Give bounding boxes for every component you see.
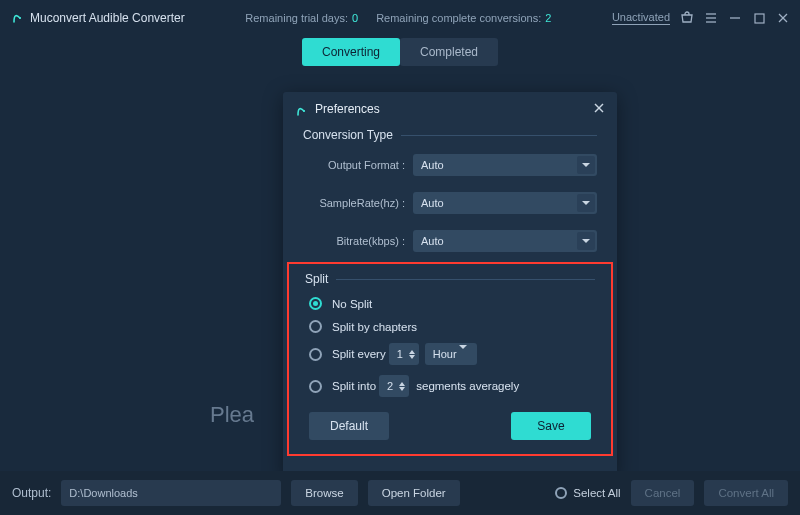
samplerate-label: SampleRate(hz) :	[303, 197, 413, 209]
split-chapters-label: Split by chapters	[332, 321, 417, 333]
app-title: Muconvert Audible Converter	[30, 11, 185, 25]
open-folder-button[interactable]: Open Folder	[368, 480, 460, 506]
tab-converting[interactable]: Converting	[302, 38, 400, 66]
radio-split-every[interactable]	[309, 348, 322, 361]
split-into-post: segments averagely	[416, 380, 519, 392]
split-every-unit-select[interactable]: Hour	[425, 343, 477, 365]
browse-button[interactable]: Browse	[291, 480, 357, 506]
svg-point-0	[19, 17, 21, 19]
dialog-logo-icon	[295, 103, 307, 115]
split-into-stepper[interactable]: 2	[379, 375, 409, 397]
chevron-down-icon	[577, 194, 595, 212]
tabs: Converting Completed	[0, 36, 800, 66]
tab-completed[interactable]: Completed	[400, 38, 498, 66]
chevron-down-icon	[577, 232, 595, 250]
select-all-checkbox[interactable]: Select All	[555, 487, 620, 499]
legend-split: Split	[289, 272, 611, 286]
minimize-icon[interactable]	[728, 11, 742, 25]
save-button[interactable]: Save	[511, 412, 591, 440]
radio-icon	[555, 487, 567, 499]
dialog-title: Preferences	[315, 102, 380, 116]
cancel-button[interactable]: Cancel	[631, 480, 695, 506]
radio-split-into[interactable]	[309, 380, 322, 393]
radio-split-chapters[interactable]	[309, 320, 322, 333]
split-every-stepper[interactable]: 1	[389, 343, 419, 365]
close-icon[interactable]	[776, 11, 790, 25]
svg-point-8	[303, 110, 305, 112]
output-format-label: Output Format :	[303, 159, 413, 171]
svg-rect-5	[755, 14, 764, 23]
bottom-bar: Output: D:\Downloads Browse Open Folder …	[0, 471, 800, 515]
dialog-close-icon[interactable]	[593, 100, 605, 118]
split-every-pre: Split every	[332, 348, 386, 360]
output-label: Output:	[12, 486, 51, 500]
output-format-select[interactable]: Auto	[413, 154, 597, 176]
arrow-down-icon[interactable]	[409, 355, 415, 359]
arrow-up-icon[interactable]	[409, 350, 415, 354]
main-area: Converting Completed Plea Preferences Co…	[0, 36, 800, 471]
arrow-up-icon[interactable]	[399, 382, 405, 386]
preferences-dialog: Preferences Conversion Type Output Forma…	[283, 92, 617, 477]
maximize-icon[interactable]	[752, 11, 766, 25]
default-button[interactable]: Default	[309, 412, 389, 440]
shop-icon[interactable]	[680, 11, 694, 25]
title-bar: Muconvert Audible Converter Remaining tr…	[0, 0, 800, 36]
unactivated-link[interactable]: Unactivated	[612, 11, 670, 25]
dialog-header: Preferences	[283, 92, 617, 126]
no-split-label: No Split	[332, 298, 372, 310]
convert-all-button[interactable]: Convert All	[704, 480, 788, 506]
trial-info: Remaining trial days:0 Remaining complet…	[185, 12, 612, 24]
split-into-pre: Split into	[332, 380, 376, 392]
background-placeholder-text: Plea	[210, 402, 254, 428]
app-logo-icon	[10, 11, 24, 25]
samplerate-select[interactable]: Auto	[413, 192, 597, 214]
radio-no-split[interactable]	[309, 297, 322, 310]
menu-icon[interactable]	[704, 11, 718, 25]
bitrate-select[interactable]: Auto	[413, 230, 597, 252]
arrow-down-icon[interactable]	[399, 387, 405, 391]
chevron-down-icon	[459, 345, 475, 363]
split-section-highlight: Split No Split Split by chapters Split e…	[287, 262, 613, 456]
legend-conversion-type: Conversion Type	[283, 128, 617, 142]
output-path-input[interactable]: D:\Downloads	[61, 480, 281, 506]
trial-days: Remaining trial days:0	[245, 12, 358, 24]
conversions-left: Remaining complete conversions:2	[376, 12, 551, 24]
chevron-down-icon	[577, 156, 595, 174]
bitrate-label: Bitrate(kbps) :	[303, 235, 413, 247]
